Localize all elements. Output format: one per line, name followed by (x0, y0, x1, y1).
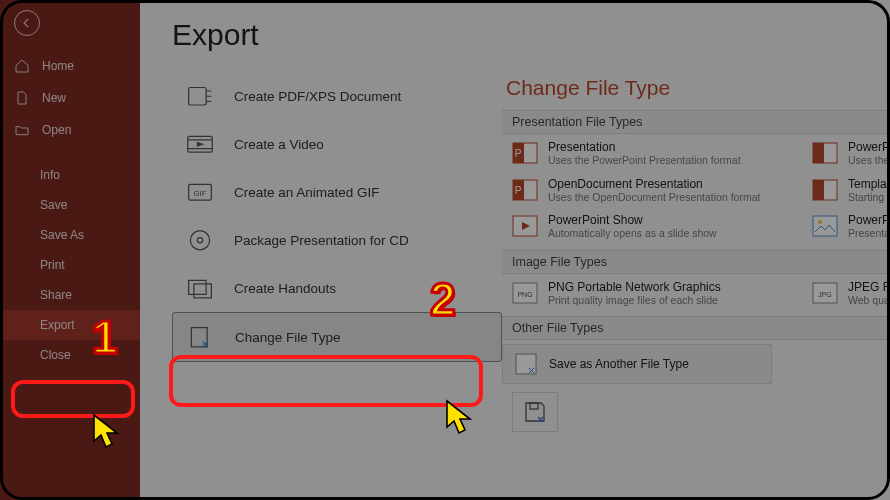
svg-text:PNG: PNG (517, 291, 532, 298)
tile-save-as-another[interactable]: Save as Another File Type (502, 344, 772, 384)
tile-label: PNG Portable Network Graphics (548, 280, 721, 294)
sidebar-item-home[interactable]: Home (0, 50, 140, 82)
tile-label: PowerPoint Show (548, 213, 717, 227)
cd-icon (186, 228, 214, 252)
option-label: Package Presentation for CD (234, 233, 409, 248)
option-label: Create PDF/XPS Document (234, 89, 401, 104)
svg-text:GIF: GIF (193, 189, 206, 198)
tile-label: Template (848, 177, 890, 191)
tile-desc: Presentation… (848, 227, 890, 240)
section-image-types: Image File Types (502, 250, 890, 274)
tile-presentation[interactable]: P PresentationUses the PowerPoint Presen… (512, 140, 762, 167)
svg-rect-19 (813, 180, 824, 200)
save-as-another-icon (513, 351, 539, 377)
sidebar-label: Save (40, 198, 67, 212)
option-label: Create an Animated GIF (234, 185, 380, 200)
tile-template[interactable]: TemplateStarting poi… (812, 177, 890, 204)
sidebar-item-close[interactable]: Close (0, 340, 140, 370)
sidebar-label: Export (40, 318, 75, 332)
home-icon (14, 58, 30, 74)
tile-jpeg[interactable]: JPG JPEG File In…Web quality… (812, 280, 890, 307)
svg-rect-17 (813, 143, 824, 163)
save-icon (522, 399, 548, 425)
option-label: Create a Video (234, 137, 324, 152)
tile-desc: Print quality image files of each slide (548, 294, 721, 307)
save-as-button[interactable] (512, 392, 558, 432)
sidebar-label: Info (40, 168, 60, 182)
tile-ppt9703[interactable]: PowerPointUses the Pow… (812, 140, 890, 167)
export-option-pdf[interactable]: Create PDF/XPS Document (172, 72, 502, 120)
main-panel: Export Create PDF/XPS Document Create a … (140, 0, 890, 500)
svg-text:JPG: JPG (818, 291, 832, 298)
new-icon (14, 90, 30, 106)
tile-label: Save as Another File Type (549, 357, 689, 371)
tile-desc: Uses the Pow… (848, 154, 890, 167)
option-label: Create Handouts (234, 281, 336, 296)
svg-rect-7 (194, 284, 212, 298)
tile-label: PowerPoint (848, 213, 890, 227)
tile-desc: Automatically opens as a slide show (548, 227, 717, 240)
svg-rect-0 (189, 87, 207, 105)
export-option-gif[interactable]: GIF Create an Animated GIF (172, 168, 502, 216)
export-option-video[interactable]: Create a Video (172, 120, 502, 168)
tile-odp[interactable]: P OpenDocument PresentationUses the Open… (512, 177, 762, 204)
section-other-types: Other File Types (502, 316, 890, 340)
sidebar-item-info[interactable]: Info (0, 160, 140, 190)
sidebar-item-saveas[interactable]: Save As (0, 220, 140, 250)
detail-title: Change File Type (506, 76, 890, 100)
tile-desc: Starting poi… (848, 191, 890, 204)
export-option-handouts[interactable]: Create Handouts (172, 264, 502, 312)
svg-point-4 (190, 230, 209, 249)
svg-text:P: P (515, 185, 522, 196)
sidebar-item-print[interactable]: Print (0, 250, 140, 280)
gif-icon: GIF (186, 180, 214, 204)
odp-icon: P (512, 177, 538, 203)
pptx-icon: P (512, 140, 538, 166)
svg-rect-6 (189, 280, 207, 294)
section-presentation-types: Presentation File Types (502, 110, 890, 134)
svg-point-5 (197, 237, 202, 242)
tile-label: Presentation (548, 140, 741, 154)
sidebar-item-export[interactable]: Export (0, 310, 140, 340)
backstage-sidebar: Home New Open Info Save Save As Print Sh… (0, 0, 140, 500)
sidebar-label: Close (40, 348, 71, 362)
svg-rect-26 (516, 354, 536, 374)
sidebar-item-open[interactable]: Open (0, 114, 140, 146)
picture-icon (812, 213, 838, 239)
sidebar-label: New (42, 91, 66, 105)
video-icon (186, 132, 214, 156)
export-option-change-file-type[interactable]: Change File Type (172, 312, 502, 362)
show-icon (512, 213, 538, 239)
svg-text:P: P (515, 148, 522, 159)
handouts-icon (186, 276, 214, 300)
tile-show[interactable]: PowerPoint ShowAutomatically opens as a … (512, 213, 762, 240)
sidebar-item-share[interactable]: Share (0, 280, 140, 310)
pdf-icon (186, 84, 214, 108)
ppt-icon (812, 140, 838, 166)
svg-rect-20 (813, 216, 837, 236)
tile-png[interactable]: PNG PNG Portable Network GraphicsPrint q… (512, 280, 762, 307)
jpeg-icon: JPG (812, 280, 838, 306)
sidebar-item-save[interactable]: Save (0, 190, 140, 220)
back-button[interactable] (14, 10, 40, 36)
tile-desc: Web quality… (848, 294, 890, 307)
sidebar-label: Open (42, 123, 71, 137)
tile-picture-presentation[interactable]: PowerPointPresentation… (812, 213, 890, 240)
page-title: Export (172, 18, 502, 52)
option-label: Change File Type (235, 330, 341, 345)
tile-label: OpenDocument Presentation (548, 177, 760, 191)
png-icon: PNG (512, 280, 538, 306)
sidebar-label: Share (40, 288, 72, 302)
change-file-type-icon (187, 325, 215, 349)
open-icon (14, 122, 30, 138)
svg-point-21 (818, 220, 822, 224)
tile-label: PowerPoint (848, 140, 890, 154)
template-icon (812, 177, 838, 203)
change-file-type-panel: Change File Type Presentation File Types… (502, 18, 890, 500)
tile-desc: Uses the OpenDocument Presentation forma… (548, 191, 760, 204)
tile-label: JPEG File In… (848, 280, 890, 294)
export-option-package[interactable]: Package Presentation for CD (172, 216, 502, 264)
sidebar-label: Save As (40, 228, 84, 242)
tile-desc: Uses the PowerPoint Presentation format (548, 154, 741, 167)
sidebar-item-new[interactable]: New (0, 82, 140, 114)
